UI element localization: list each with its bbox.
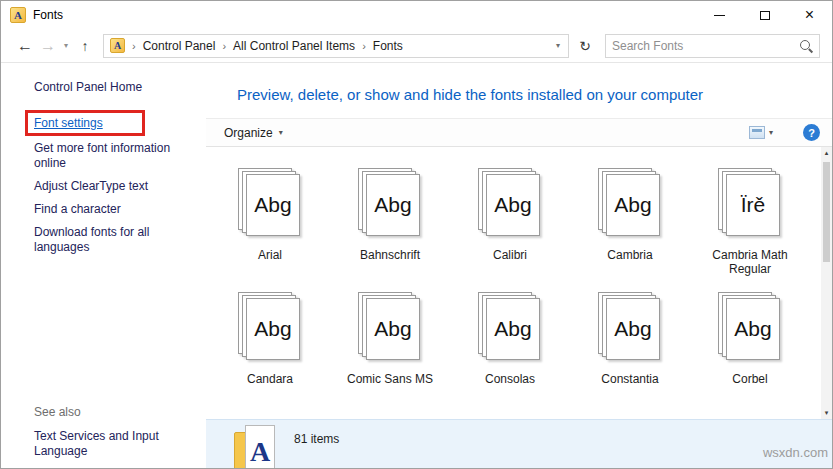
recent-pages-dropdown-icon[interactable]: ▾	[59, 41, 73, 50]
font-name: Cambria Math Regular	[692, 248, 808, 276]
window-title: Fonts	[33, 8, 63, 22]
breadcrumb-all-control-panel-items[interactable]: All Control Panel Items	[233, 39, 355, 53]
font-file-icon: Abg	[358, 292, 422, 362]
maximize-icon	[760, 11, 770, 20]
fonts-folder-icon: A	[110, 38, 125, 53]
sidebar-item-adjust-cleartype[interactable]: Adjust ClearType text	[34, 179, 184, 194]
close-button[interactable]: ×	[787, 1, 832, 29]
font-preview: Abg	[374, 193, 411, 217]
address-bar[interactable]: A › Control Panel › All Control Panel It…	[103, 34, 569, 58]
window-controls: ×	[697, 1, 832, 29]
vertical-scrollbar[interactable]: ▴ ▾	[821, 147, 832, 419]
font-name: Cambria	[607, 248, 652, 262]
help-button[interactable]: ?	[803, 124, 820, 141]
font-file-icon: Abg	[358, 168, 422, 238]
font-item[interactable]: Abg Constantia	[570, 292, 690, 400]
font-preview: Ïrě	[741, 193, 766, 217]
sidebar-item-control-panel-home[interactable]: Control Panel Home	[34, 80, 184, 95]
chevron-down-icon: ▾	[769, 128, 773, 137]
sidebar-item-find-a-character[interactable]: Find a character	[34, 202, 184, 217]
font-name: Arial	[258, 248, 282, 262]
breadcrumb-fonts[interactable]: Fonts	[373, 39, 403, 53]
page-header: Preview, delete, or show and hide the fo…	[237, 86, 703, 103]
up-button[interactable]: ↑	[73, 38, 97, 54]
font-preview: Abg	[254, 317, 291, 341]
fonts-app-icon-letter: A	[14, 9, 22, 21]
fonts-app-icon: A	[10, 7, 26, 23]
font-preview: Abg	[734, 317, 771, 341]
font-preview: Abg	[494, 193, 531, 217]
sidebar-item-text-services[interactable]: Text Services and Input Language	[34, 429, 184, 459]
font-preview: Abg	[374, 317, 411, 341]
font-file-icon: Abg	[478, 168, 542, 238]
font-name: Corbel	[732, 372, 767, 386]
organize-label: Organize	[224, 126, 273, 140]
maximize-button[interactable]	[742, 1, 787, 29]
sidebar-item-get-more-font-information[interactable]: Get more font information online	[34, 141, 184, 171]
see-also-label: See also	[34, 405, 81, 419]
font-file-icon: Abg	[718, 292, 782, 362]
font-settings-link-label: Font settings	[34, 116, 103, 130]
sidebar-item-font-settings[interactable]: Font settings	[34, 116, 184, 130]
window-body: Control Panel Home Font settings Get mor…	[1, 63, 832, 468]
font-preview: Abg	[254, 193, 291, 217]
minimize-icon	[714, 15, 725, 16]
fonts-window: A Fonts × ← → ▾ ↑ A › Control Panel › Al…	[0, 0, 833, 469]
font-file-icon: Abg	[598, 292, 662, 362]
big-icon-letter: A	[250, 436, 270, 468]
font-name: Consolas	[485, 372, 535, 386]
font-item[interactable]: Abg Bahnschrift	[330, 168, 450, 276]
search-box[interactable]	[605, 34, 820, 58]
font-item[interactable]: Abg Consolas	[450, 292, 570, 400]
view-mode-icon	[749, 126, 765, 139]
font-item[interactable]: Abg Candara	[210, 292, 330, 400]
chevron-down-icon: ▾	[279, 128, 283, 137]
search-input[interactable]	[612, 39, 799, 53]
refresh-button[interactable]: ↻	[573, 38, 597, 54]
organize-button[interactable]: Organize ▾	[218, 123, 289, 143]
font-name: Calibri	[493, 248, 527, 262]
fonts-grid: Abg Arial Abg Bahnschrift	[210, 168, 810, 400]
page-front-shape: A	[245, 425, 275, 468]
fonts-folder-icon-letter: A	[114, 40, 121, 51]
back-button[interactable]: ←	[13, 37, 37, 55]
scroll-up-icon[interactable]: ▴	[821, 149, 832, 157]
font-name: Comic Sans MS	[347, 372, 433, 386]
address-dropdown-icon[interactable]: ▾	[552, 41, 564, 50]
forward-button[interactable]: →	[37, 37, 59, 55]
font-file-icon: Abg	[478, 292, 542, 362]
font-name: Constantia	[601, 372, 658, 386]
font-name: Bahnschrift	[360, 248, 420, 262]
breadcrumb-separator-icon: ›	[222, 40, 226, 52]
minimize-button[interactable]	[697, 1, 742, 29]
toolbar-right-group: ▾ ?	[749, 124, 820, 141]
watermark: wsxdn.com	[763, 445, 828, 460]
font-item[interactable]: Abg Corbel	[690, 292, 810, 400]
fonts-file-big-icon: A	[234, 425, 280, 468]
scrollbar-thumb[interactable]	[823, 162, 830, 262]
change-view-button[interactable]: ▾	[749, 126, 773, 139]
scroll-down-icon[interactable]: ▾	[821, 409, 832, 417]
items-count: 81 items	[294, 432, 339, 446]
breadcrumb-control-panel[interactable]: Control Panel	[143, 39, 216, 53]
search-icon[interactable]	[799, 39, 813, 53]
font-file-icon: Abg	[238, 168, 302, 238]
navigation-bar: ← → ▾ ↑ A › Control Panel › All Control …	[1, 29, 832, 63]
font-item[interactable]: Abg Calibri	[450, 168, 570, 276]
toolbar: Organize ▾ ▾ ?	[206, 118, 832, 147]
sidebar: Control Panel Home Font settings Get mor…	[1, 63, 206, 468]
breadcrumb-separator-icon: ›	[132, 40, 136, 52]
font-file-icon: Abg	[598, 168, 662, 238]
font-item[interactable]: Abg Comic Sans MS	[330, 292, 450, 400]
font-file-icon: Abg	[238, 292, 302, 362]
font-item[interactable]: Abg Arial	[210, 168, 330, 276]
font-item[interactable]: Ïrě Cambria Math Regular	[690, 168, 810, 276]
breadcrumb-separator-icon: ›	[362, 40, 366, 52]
font-file-icon: Ïrě	[718, 168, 782, 238]
sidebar-item-download-fonts[interactable]: Download fonts for all languages	[34, 225, 184, 255]
main-panel: Preview, delete, or show and hide the fo…	[206, 63, 832, 468]
fonts-list: Abg Arial Abg Bahnschrift	[206, 147, 832, 419]
font-preview: Abg	[614, 193, 651, 217]
font-preview: Abg	[614, 317, 651, 341]
font-item[interactable]: Abg Cambria	[570, 168, 690, 276]
